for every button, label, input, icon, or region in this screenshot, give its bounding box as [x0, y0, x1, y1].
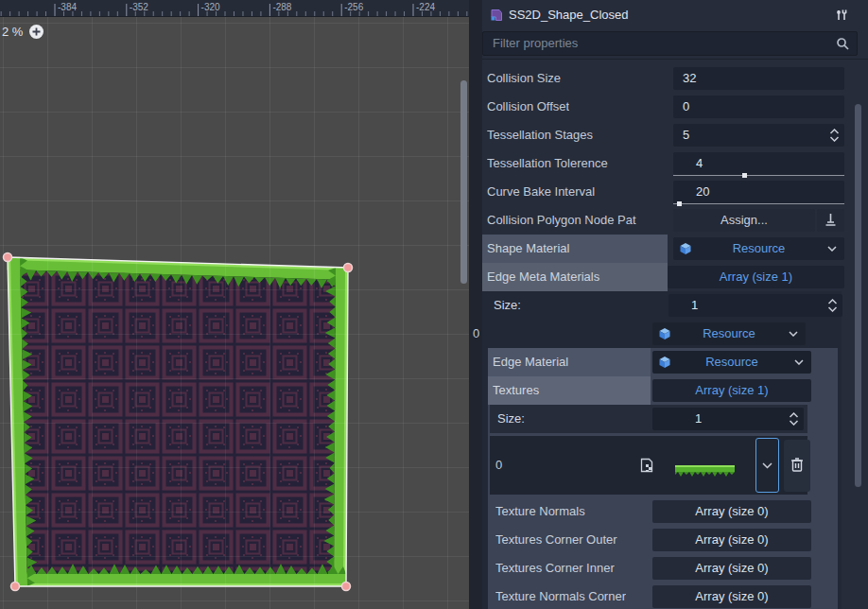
property-label-tessellation-stages: Tessellation Stages: [487, 121, 593, 149]
edge-material-resource-dropdown[interactable]: Resource: [652, 351, 811, 374]
edge-meta-material-resource-dropdown[interactable]: Resource: [652, 322, 806, 345]
viewport-vertical-scrollbar[interactable]: [460, 80, 467, 284]
inspector-dock: SS2D_Shape_Closed Filter properties Coll…: [469, 0, 868, 609]
edge-meta-materials-label-bg: Edge Meta Materials: [482, 263, 668, 291]
collision-offset-field[interactable]: 0: [673, 96, 844, 118]
texture-item-row: 0: [490, 436, 807, 495]
chevron-down-icon: [789, 331, 798, 337]
shape-material-label-bg: Shape Material: [482, 235, 668, 263]
filter-placeholder: Filter properties: [493, 32, 578, 55]
spin-updown-icon[interactable]: [789, 412, 799, 426]
property-label-tessellation-tolerence: Tessellation Tolerence: [487, 149, 608, 178]
array-item-index: 0: [495, 436, 502, 495]
assign-nodepath-button[interactable]: Assign...: [673, 209, 815, 232]
array-size-label: Size:: [494, 291, 521, 320]
spin-updown-icon[interactable]: [827, 299, 838, 312]
separator: [482, 59, 868, 60]
property-label-edge-material: Edge Material: [493, 348, 651, 376]
slider-track[interactable]: [673, 203, 844, 204]
zoom-plus-icon[interactable]: [28, 24, 44, 40]
texture-options-dropdown[interactable]: [755, 438, 779, 493]
edge-material-label-bg: Edge Material: [488, 348, 651, 376]
godot-editor: -384-352-320-288-256-224 2 % SS2D_Shape_…: [0, 0, 868, 609]
texture-normals-array-button[interactable]: Array (size 0): [652, 500, 811, 523]
property-label-texture-normals-corner: Texture Normals Corner: [495, 583, 626, 609]
ruler-ticks: -384-352-320-288-256-224: [0, 0, 469, 16]
svg-text:-288: -288: [272, 2, 291, 12]
node-title: SS2D_Shape_Closed: [509, 0, 628, 29]
property-label-texture-normals: Texture Normals: [495, 497, 585, 526]
slider-track[interactable]: [673, 175, 844, 176]
svg-text:-384: -384: [58, 2, 77, 12]
property-label-textures: Textures: [493, 376, 651, 405]
textures-label-bg: Textures: [488, 376, 651, 405]
svg-text:-320: -320: [201, 2, 220, 12]
shape-canvas[interactable]: [0, 17, 469, 609]
svg-text:-224: -224: [416, 2, 435, 12]
slider-grabber[interactable]: [742, 173, 747, 178]
textures-array-button[interactable]: Array (size 1): [652, 379, 811, 402]
collision-size-field[interactable]: 32: [673, 67, 844, 90]
property-label-shape-material: Shape Material: [487, 235, 668, 263]
shape-point-handle[interactable]: [344, 264, 353, 272]
shape-point-handle[interactable]: [11, 583, 20, 591]
inspector-vertical-scrollbar[interactable]: [855, 104, 861, 487]
textures-size-spinbox[interactable]: 1: [652, 408, 804, 430]
edit-resource-icon[interactable]: [639, 458, 654, 473]
chevron-down-icon: [827, 246, 837, 252]
zoom-level-button[interactable]: 2 %: [2, 25, 23, 39]
horizontal-ruler: -384-352-320-288-256-224: [0, 0, 469, 17]
edge-meta-materials-array-button[interactable]: Array (size 1): [668, 266, 844, 288]
array-item-index: 0: [473, 320, 479, 348]
spin-updown-icon[interactable]: [829, 129, 840, 142]
pick-node-button[interactable]: [817, 209, 844, 232]
grass-texture-preview[interactable]: [675, 462, 735, 478]
shape-point-handle[interactable]: [4, 253, 12, 262]
search-icon: [836, 37, 850, 51]
tools-icon[interactable]: [834, 8, 849, 23]
slider-grabber[interactable]: [677, 201, 682, 206]
property-label-curve-bake-interval: Curve Bake Interval: [487, 178, 595, 206]
ss2d-node-icon: [489, 8, 504, 23]
property-label-textures-corner-inner: Textures Corner Inner: [495, 554, 615, 583]
shape-material-resource-dropdown[interactable]: Resource: [673, 237, 844, 260]
tessellation-tolerence-slider[interactable]: 4: [673, 152, 844, 175]
texture-normals-corner-array-button[interactable]: Array (size 0): [652, 585, 811, 608]
textures-corner-outer-array-button[interactable]: Array (size 0): [652, 529, 811, 551]
property-label-collision-offset: Collision Offset: [487, 93, 569, 121]
svg-text:-352: -352: [130, 2, 148, 12]
tessellation-stages-spinbox[interactable]: 5: [673, 124, 844, 147]
array-size-spinbox[interactable]: 1: [668, 294, 842, 317]
canvas-viewport[interactable]: 2 %: [0, 17, 469, 609]
curve-bake-interval-slider[interactable]: 20: [673, 181, 844, 203]
property-label-collision-size: Collision Size: [487, 64, 561, 93]
chevron-down-icon: [794, 359, 804, 365]
svg-text:-256: -256: [344, 2, 363, 12]
delete-item-button[interactable]: [784, 440, 810, 492]
textures-corner-inner-array-button[interactable]: Array (size 0): [652, 557, 811, 580]
filter-properties-input[interactable]: Filter properties: [482, 31, 858, 56]
property-label-collision-polygon-node-path: Collision Polygon Node Pat: [487, 206, 667, 235]
shape-point-handle[interactable]: [342, 583, 351, 591]
property-label-edge-meta-materials: Edge Meta Materials: [487, 263, 668, 291]
property-label-textures-corner-outer: Textures Corner Outer: [495, 526, 617, 554]
